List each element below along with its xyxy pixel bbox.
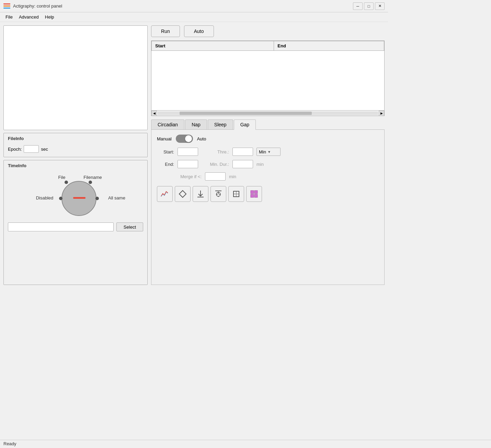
scroll-track <box>158 112 378 115</box>
erase-button[interactable] <box>175 186 191 202</box>
start-row: Start: Thre.: Min ▼ <box>157 148 379 156</box>
scroll-right-btn[interactable]: ▶ <box>379 111 384 116</box>
left-panel: FileInfo Epoch: sec TimeInfo File Filena… <box>3 25 148 285</box>
fileinfo-row: Epoch: sec <box>8 144 143 154</box>
min-dur-label: Min. Dur.: <box>202 162 229 167</box>
timeinfo-text-field[interactable] <box>8 222 114 231</box>
svg-rect-15 <box>251 194 254 197</box>
manual-label: Manual <box>157 136 172 141</box>
file-label: File <box>58 175 66 180</box>
timeinfo-box: TimeInfo File Filename <box>3 160 148 285</box>
min-dur-input[interactable] <box>232 160 253 168</box>
fileinfo-title: FileInfo <box>8 136 143 141</box>
maximize-button[interactable]: □ <box>364 2 374 10</box>
tab-content-gap: Manual Auto Start: Thre.: Min ▼ <box>151 130 385 285</box>
table-scrollbar: ◀ ▶ <box>151 110 384 116</box>
epoch-input[interactable] <box>24 145 39 153</box>
col-end: End <box>274 41 384 51</box>
minimize-button[interactable]: ─ <box>353 2 363 10</box>
plot-icon <box>160 189 169 198</box>
min-dur-unit: min <box>256 162 264 167</box>
window-title: Actigraphy: control panel <box>13 3 62 9</box>
auto-button[interactable]: Auto <box>184 25 214 37</box>
upload-button[interactable] <box>210 186 226 202</box>
grid-button[interactable] <box>246 186 262 202</box>
menu-bar: File Advanced Help <box>0 12 388 22</box>
toggle-knob <box>185 135 192 142</box>
erase-icon <box>178 189 187 198</box>
tab-gap[interactable]: Gap <box>234 119 256 130</box>
title-bar-controls: ─ □ ✕ <box>353 2 385 10</box>
preview-area <box>3 25 148 130</box>
timeinfo-bottom: Select <box>8 222 143 231</box>
tabs-container: Circadian Nap Sleep Gap Manual Auto Star… <box>151 119 385 285</box>
tab-circadian[interactable]: Circadian <box>151 119 184 129</box>
start-label: Start: <box>157 149 174 154</box>
merge-label: Merge if <: <box>157 174 202 179</box>
run-button[interactable]: Run <box>151 25 180 37</box>
merge-input[interactable] <box>205 172 226 181</box>
icon-line-3 <box>3 8 10 9</box>
crop-icon <box>232 189 241 198</box>
sec-label: sec <box>41 147 48 152</box>
grid-icon <box>250 189 259 198</box>
select-button[interactable]: Select <box>116 222 143 231</box>
allsame-label: All same <box>108 195 125 200</box>
merge-unit: min <box>229 174 236 179</box>
run-auto-row: Run Auto <box>151 25 385 37</box>
svg-point-8 <box>218 192 219 193</box>
filename-label: Filename <box>83 175 102 180</box>
dial-indicator <box>73 197 85 199</box>
select-arrow-icon: ▼ <box>267 150 271 154</box>
bottom-toolbar <box>157 185 379 203</box>
dial-svg: File Filename Disabled <box>10 173 141 217</box>
svg-point-6 <box>219 194 220 195</box>
epoch-label: Epoch: <box>8 147 22 152</box>
close-button[interactable]: ✕ <box>375 2 385 10</box>
col-start: Start <box>152 41 274 51</box>
download-button[interactable] <box>193 186 208 202</box>
matlab-icon <box>3 3 10 9</box>
svg-point-5 <box>217 194 218 195</box>
title-bar: Actigraphy: control panel ─ □ ✕ <box>0 0 388 12</box>
menu-file[interactable]: File <box>3 14 15 20</box>
fileinfo-box: FileInfo Epoch: sec <box>3 133 148 157</box>
dot-file <box>65 181 68 184</box>
dot-filename <box>89 181 92 184</box>
menu-help[interactable]: Help <box>42 14 57 20</box>
plot-button[interactable] <box>157 186 173 202</box>
manual-auto-toggle[interactable] <box>176 135 193 143</box>
scroll-left-btn[interactable]: ◀ <box>151 111 157 116</box>
right-panel: Run Auto Start End ◀ ▶ <box>151 25 385 285</box>
threshold-input[interactable] <box>232 148 253 156</box>
svg-rect-14 <box>254 191 258 194</box>
svg-rect-16 <box>254 194 258 197</box>
end-label: End: <box>157 162 174 167</box>
svg-marker-0 <box>179 191 186 197</box>
menu-advanced[interactable]: Advanced <box>16 14 42 20</box>
start-input[interactable] <box>178 148 198 156</box>
data-table: Start End <box>151 41 384 51</box>
upload-icon <box>214 189 223 198</box>
crop-button[interactable] <box>228 186 244 202</box>
title-bar-left: Actigraphy: control panel <box>3 3 62 9</box>
dial-container: File Filename Disabled <box>8 171 143 219</box>
tab-sleep[interactable]: Sleep <box>208 119 233 129</box>
auto-label: Auto <box>197 136 206 141</box>
merge-row: Merge if <: min <box>157 172 379 181</box>
scroll-thumb <box>180 112 312 115</box>
tabs-header: Circadian Nap Sleep Gap <box>151 119 385 130</box>
main-content: FileInfo Epoch: sec TimeInfo File Filena… <box>0 22 388 288</box>
threshold-unit-select[interactable]: Min ▼ <box>256 148 281 156</box>
threshold-label: Thre.: <box>202 149 229 154</box>
download-icon <box>196 189 205 198</box>
end-row: End: Min. Dur.: min <box>157 160 379 168</box>
tab-nap[interactable]: Nap <box>185 119 207 129</box>
manual-auto-toggle-row: Manual Auto <box>157 135 379 143</box>
icon-line-1 <box>3 3 10 4</box>
svg-point-7 <box>218 196 219 197</box>
end-input[interactable] <box>178 160 198 168</box>
threshold-unit-value: Min <box>259 149 266 154</box>
timeinfo-title: TimeInfo <box>8 163 143 168</box>
dot-allsame <box>95 197 99 200</box>
